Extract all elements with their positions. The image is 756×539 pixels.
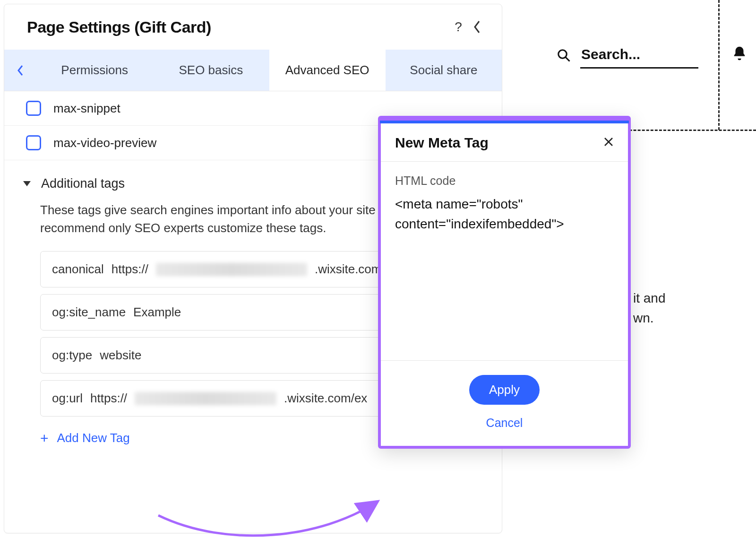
chevron-left-icon [17,65,24,76]
tag-value: Example [133,305,181,320]
checkbox-max-video-preview[interactable] [26,135,41,150]
tabs-scroll-left[interactable] [4,50,36,91]
close-icon [603,137,614,147]
caret-down-icon [23,181,31,186]
tab-permissions[interactable]: Permissions [36,50,153,91]
cancel-button[interactable]: Cancel [486,416,523,430]
modal-body: HTML code <meta name="robots" content="i… [381,162,628,360]
svg-point-0 [558,50,567,58]
tabs-bar: Permissions SEO basics Advanced SEO Soci… [4,50,502,91]
tag-value-prefix: https:// [112,262,148,277]
checkbox-label: max-video-preview [53,136,156,150]
html-code-label: HTML code [395,174,614,188]
panel-title: Page Settings (Gift Card) [27,18,449,36]
search-bar [557,43,698,69]
modal-footer: Apply Cancel [381,360,628,446]
checkbox-max-snippet[interactable] [26,101,41,116]
checkbox-label: max-snippet [53,101,120,116]
search-icon [557,48,571,64]
tab-social-share[interactable]: Social share [386,50,502,91]
help-button[interactable]: ? [449,17,468,36]
chevron-left-icon [473,20,481,34]
tab-seo-basics[interactable]: SEO basics [153,50,269,91]
tag-key: og:url [52,391,83,406]
tag-key: og:type [52,348,92,363]
tag-key: canonical [52,262,104,277]
svg-line-1 [566,57,570,61]
new-meta-tag-modal: New Meta Tag HTML code <meta name="robot… [378,116,631,449]
search-input[interactable] [580,43,698,69]
close-panel-button[interactable] [468,17,487,36]
plus-icon: + [40,431,49,445]
guide-line-vertical [718,0,720,130]
tag-value: website [100,348,141,363]
tag-value-suffix: .wixsite.com/ex [284,391,367,406]
panel-header: Page Settings (Gift Card) ? [4,4,502,50]
tag-value-prefix: https:// [90,391,127,406]
redacted-text [156,263,307,276]
apply-button[interactable]: Apply [469,375,540,405]
html-code-input[interactable]: <meta name="robots" content="indexifembe… [395,194,614,234]
tag-value-suffix: .wixsite.com/ [315,262,385,277]
modal-close-button[interactable] [603,135,614,150]
modal-title: New Meta Tag [395,135,603,151]
notifications-button[interactable] [731,45,747,63]
tab-advanced-seo[interactable]: Advanced SEO [269,50,386,91]
background-text-fragment: it and wn. [633,288,718,328]
add-new-tag-label: Add New Tag [57,431,130,445]
section-heading: Additional tags [41,176,125,191]
tag-key: og:site_name [52,305,126,320]
modal-header: New Meta Tag [381,123,628,162]
bell-icon [731,45,747,61]
redacted-text [135,392,276,405]
